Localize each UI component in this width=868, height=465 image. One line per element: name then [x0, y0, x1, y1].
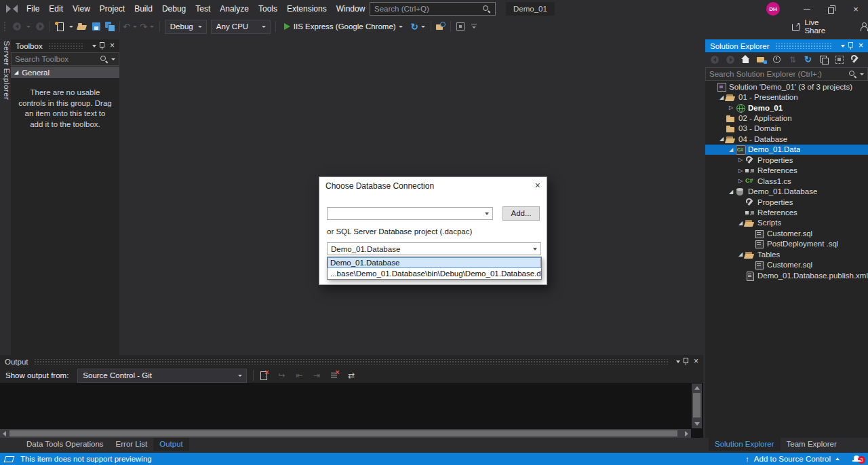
configuration-combobox[interactable]: Debug: [165, 20, 207, 34]
menu-item-file[interactable]: File: [22, 0, 44, 18]
expander-closed-icon[interactable]: ▷: [736, 168, 745, 174]
show-all-files-icon[interactable]: [834, 54, 845, 65]
dialog-close-icon[interactable]: ×: [535, 180, 540, 191]
scrollbar-thumb[interactable]: [9, 430, 677, 436]
tree-item-demo-01[interactable]: ▷Demo_01: [705, 103, 868, 113]
tree-item-references[interactable]: References: [705, 207, 868, 217]
live-share-control[interactable]: Live Share: [792, 18, 868, 35]
connection-combobox[interactable]: [327, 207, 493, 220]
scroll-left-icon[interactable]: [0, 429, 9, 438]
chevron-down-icon[interactable]: [421, 26, 425, 28]
expander-open-icon[interactable]: ◢: [727, 189, 735, 195]
tree-item-properties[interactable]: Properties: [705, 197, 868, 207]
chevron-down-icon[interactable]: [133, 26, 137, 28]
minimize-button[interactable]: [795, 0, 819, 18]
tree-item-class1-cs[interactable]: ▷Class1.cs: [705, 176, 868, 186]
tab-team-explorer[interactable]: Team Explorer: [781, 438, 843, 451]
menu-item-view[interactable]: View: [68, 0, 95, 18]
tree-item-01-presentation[interactable]: ◢01 - Presentation: [705, 92, 868, 102]
run-icon[interactable]: [284, 23, 290, 30]
tree-item-customer-sql[interactable]: Customer.sql: [705, 259, 868, 269]
tree-item-properties[interactable]: ▷Properties: [705, 155, 868, 165]
expander-open-icon[interactable]: ◢: [717, 94, 726, 100]
feedback-icon[interactable]: [859, 22, 868, 31]
chevron-down-icon[interactable]: [399, 26, 403, 28]
add-connection-button[interactable]: Add...: [502, 206, 540, 221]
chevron-down-icon[interactable]: [860, 73, 864, 75]
window-position-icon[interactable]: [92, 45, 96, 48]
menu-item-window[interactable]: Window: [332, 0, 370, 18]
open-file-icon[interactable]: [77, 21, 88, 32]
expander-open-icon[interactable]: ◢: [717, 136, 726, 142]
chevron-down-icon[interactable]: [26, 26, 31, 28]
quick-search-box[interactable]: Search (Ctrl+Q): [370, 2, 496, 16]
dropdown-option-base-demo-01-database-bin-debug-demo-01-database-dacpac[interactable]: ...base\Demo_01.Database\bin\Debug\Demo_…: [328, 268, 541, 279]
toolbox-search-box[interactable]: Search Toolbox: [11, 52, 119, 66]
tree-item-tables[interactable]: ◢Tables: [705, 249, 868, 259]
expander-closed-icon[interactable]: ▷: [736, 178, 745, 184]
tree-item-solution-demo-01-3-of-3-projects[interactable]: Solution 'Demo_01' (3 of 3 projects): [705, 81, 868, 92]
pin-icon[interactable]: [99, 41, 105, 50]
redo-icon[interactable]: ↷: [140, 22, 147, 31]
forward-icon[interactable]: [725, 54, 736, 65]
expander-open-icon[interactable]: ◢: [736, 220, 745, 226]
navigate-forward-icon[interactable]: [35, 21, 45, 32]
close-button[interactable]: ×: [844, 0, 868, 18]
restore-button[interactable]: [819, 0, 844, 18]
tab-data-tools-operations[interactable]: Data Tools Operations: [20, 438, 110, 451]
switch-views-icon[interactable]: [756, 54, 767, 65]
find-message-icon[interactable]: [277, 370, 288, 381]
toolbar-overflow-icon[interactable]: [471, 24, 477, 30]
notifications-bell-icon[interactable]: 3: [852, 454, 861, 464]
pin-icon[interactable]: [683, 357, 689, 366]
tree-item-demo-01-database[interactable]: ◢Demo_01.Database: [705, 186, 868, 196]
tab-error-list[interactable]: Error List: [110, 438, 154, 451]
tree-item-02-application[interactable]: 02 - Application: [705, 113, 868, 123]
chevron-up-icon[interactable]: [835, 458, 840, 460]
tree-item-customer-sql[interactable]: Customer.sql: [705, 228, 868, 238]
menu-item-debug[interactable]: Debug: [157, 0, 191, 18]
browse-with-icon[interactable]: [455, 21, 466, 32]
collapse-all-icon[interactable]: [818, 54, 829, 65]
chevron-down-icon[interactable]: [69, 26, 73, 28]
refresh-icon[interactable]: ↻: [411, 22, 418, 31]
tab-output[interactable]: Output: [153, 438, 189, 451]
menu-item-tools[interactable]: Tools: [254, 0, 282, 18]
messages-filter-icon[interactable]: [259, 370, 270, 381]
platform-combobox[interactable]: Any CPU: [211, 20, 271, 34]
expander-closed-icon[interactable]: ▷: [727, 105, 735, 111]
refresh-icon[interactable]: [803, 54, 814, 65]
menu-item-test[interactable]: Test: [191, 0, 215, 18]
dropdown-option-demo-01-database[interactable]: Demo_01.Database: [328, 257, 541, 268]
window-position-icon[interactable]: [841, 45, 845, 48]
properties-icon[interactable]: [850, 54, 861, 65]
tree-item-04-database[interactable]: ◢04 - Database: [705, 134, 868, 144]
save-all-icon[interactable]: [104, 21, 115, 32]
tree-item-scripts[interactable]: ◢Scripts: [705, 218, 868, 228]
run-target-label[interactable]: IIS Express (Google Chrome): [294, 22, 396, 31]
tree-item-demo-01-data[interactable]: ◢Demo_01.Data: [705, 145, 868, 155]
scroll-up-icon[interactable]: [692, 384, 702, 392]
pending-changes-filter-icon[interactable]: [772, 54, 783, 65]
back-icon[interactable]: [709, 54, 720, 65]
home-icon[interactable]: [741, 54, 751, 65]
server-explorer-side-tab[interactable]: Server Explorer: [0, 38, 11, 100]
solution-explorer-search-box[interactable]: Search Solution Explorer (Ctrl+;): [705, 67, 868, 81]
tree-item-postdeployment-sql[interactable]: PostDeployment .sql: [705, 239, 868, 249]
chevron-down-icon[interactable]: [150, 26, 154, 28]
sync-with-active-document-icon[interactable]: [787, 54, 798, 65]
add-to-source-control-button[interactable]: Add to Source Control: [754, 455, 831, 463]
web-browser-icon[interactable]: [435, 21, 446, 32]
tab-solution-explorer[interactable]: Solution Explorer: [709, 438, 781, 451]
save-icon[interactable]: [91, 21, 102, 32]
new-item-icon[interactable]: [54, 21, 65, 32]
expander-open-icon[interactable]: ◢: [727, 147, 735, 153]
toolbox-group-header[interactable]: ◢ General: [11, 67, 119, 78]
chevron-down-icon[interactable]: [111, 58, 115, 60]
menu-item-extensions[interactable]: Extensions: [282, 0, 332, 18]
scroll-right-icon[interactable]: [682, 429, 691, 438]
menu-item-analyze[interactable]: Analyze: [215, 0, 254, 18]
clear-all-icon[interactable]: [330, 370, 340, 381]
user-avatar[interactable]: DH: [766, 2, 780, 16]
tree-item-03-domain[interactable]: 03 - Domain: [705, 124, 868, 134]
